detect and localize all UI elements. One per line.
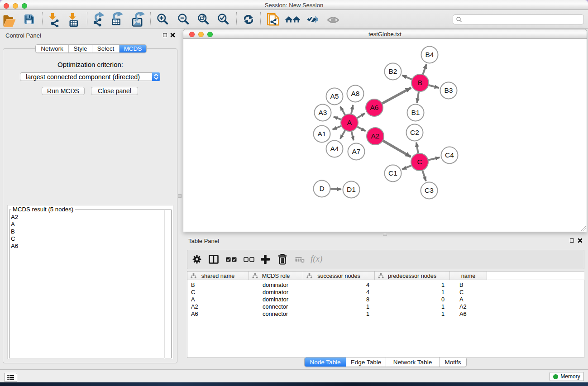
svg-text:B3: B3 <box>445 86 453 94</box>
svg-text:A1: A1 <box>318 130 326 138</box>
svg-text:B2: B2 <box>389 67 397 75</box>
svg-text:C4: C4 <box>445 151 454 159</box>
svg-text:A4: A4 <box>330 145 339 152</box>
svg-text:A5: A5 <box>330 92 339 100</box>
svg-text:C: C <box>417 158 422 166</box>
svg-text:D1: D1 <box>347 186 356 193</box>
svg-text:A: A <box>347 119 352 126</box>
svg-text:C1: C1 <box>388 169 397 177</box>
svg-text:C2: C2 <box>410 129 419 136</box>
svg-text:C3: C3 <box>425 186 434 194</box>
svg-text:A6: A6 <box>370 104 379 111</box>
svg-text:B1: B1 <box>411 109 420 116</box>
svg-text:A7: A7 <box>352 148 361 155</box>
svg-text:A2: A2 <box>371 132 380 140</box>
svg-text:D: D <box>319 185 324 192</box>
svg-text:B: B <box>418 79 422 86</box>
svg-text:A3: A3 <box>319 109 327 116</box>
svg-text:B4: B4 <box>425 51 434 58</box>
svg-text:A8: A8 <box>351 90 360 97</box>
